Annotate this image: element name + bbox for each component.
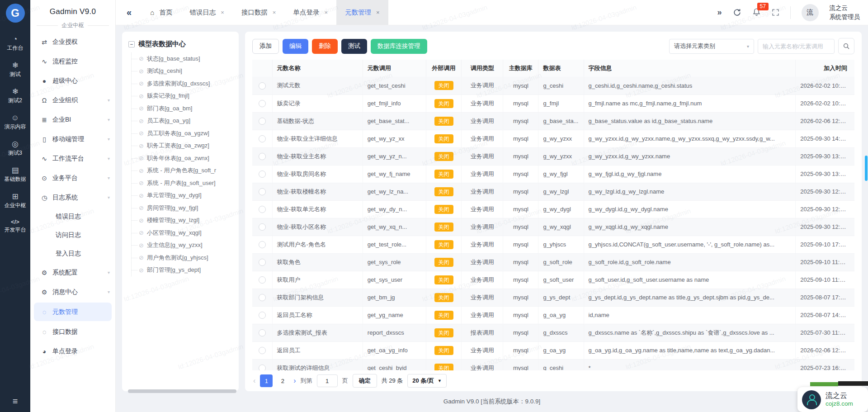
tree-item[interactable]: ⊘楼幢管理[g_wy_lzgl] xyxy=(139,214,235,227)
prev-page-icon[interactable]: ‹ xyxy=(253,377,255,385)
sidebar-item[interactable]: ◷日志系统▾ xyxy=(30,188,115,207)
test-button[interactable]: 测试 xyxy=(341,39,367,54)
tree-item[interactable]: ⊘职务年休表[g_oa_zwnx] xyxy=(139,152,235,165)
sidebar-item[interactable]: ⚙消息中心▾ xyxy=(30,282,115,302)
rail-item[interactable]: ☺演示内容 xyxy=(0,114,30,131)
row-radio[interactable] xyxy=(259,118,266,125)
tree-item[interactable]: ⊘房间管理[g_wy_fjgl] xyxy=(139,202,235,214)
search-input[interactable] xyxy=(758,39,835,54)
sidebar-item[interactable]: ▯移动端管理▾ xyxy=(30,129,115,149)
expand-tabs-icon[interactable]: » xyxy=(717,8,722,17)
row-radio[interactable] xyxy=(259,82,266,90)
row-radio[interactable] xyxy=(259,153,266,160)
fullscreen-icon[interactable] xyxy=(772,9,779,16)
row-radio[interactable] xyxy=(259,347,266,354)
tree-item[interactable]: ⊘多选搜索测试[g_dxsscs] xyxy=(139,77,235,90)
tree-horizontal-scrollbar[interactable] xyxy=(128,389,236,393)
edit-button[interactable]: 编辑 xyxy=(283,39,308,54)
sidebar-item[interactable]: ◌接口数据 xyxy=(30,322,115,341)
row-radio[interactable] xyxy=(259,223,266,231)
rail-item[interactable]: ⊞企业中枢 xyxy=(0,193,30,209)
rail-item[interactable]: </>开发平台 xyxy=(0,219,30,234)
tree-item[interactable]: ⊘员工表[g_oa_yg] xyxy=(139,115,235,128)
chat-site-link[interactable]: cojz8.com xyxy=(826,400,853,408)
page-number[interactable]: 2 xyxy=(276,374,289,387)
add-button[interactable]: 添加 xyxy=(252,39,279,54)
close-icon[interactable]: × xyxy=(324,9,328,16)
rail-item[interactable]: ❄测试2 xyxy=(0,88,30,104)
row-radio[interactable] xyxy=(259,294,266,301)
row-radio[interactable] xyxy=(259,135,266,142)
sidebar-item[interactable]: ≣企业BI▾ xyxy=(30,110,115,129)
row-radio[interactable] xyxy=(259,100,266,107)
search-button[interactable] xyxy=(838,38,854,54)
tree-item[interactable]: ⊘贩卖记录[g_fmjl] xyxy=(139,90,235,103)
tree-item[interactable]: ⊘测试[g_ceshi] xyxy=(139,65,235,78)
row-radio[interactable] xyxy=(259,312,266,319)
page-vertical-scrollbar[interactable] xyxy=(865,156,868,181)
app-logo[interactable]: G xyxy=(6,4,25,23)
sidebar-item[interactable]: ⊙业务平台▾ xyxy=(30,168,115,188)
sidebar-subitem[interactable]: 访问日志 xyxy=(30,226,115,244)
refresh-icon[interactable] xyxy=(733,8,741,17)
row-radio[interactable] xyxy=(259,276,266,284)
category-select[interactable]: 请选择元素类别 ▾ xyxy=(669,39,754,54)
db-connection-button[interactable]: 数据库连接管理 xyxy=(371,39,427,54)
hamburger-menu-icon[interactable]: ≡ xyxy=(0,396,30,407)
row-radio[interactable] xyxy=(259,188,266,195)
close-icon[interactable]: × xyxy=(273,9,276,16)
tree-item[interactable]: ⊘员工职务表[g_oa_ygzw] xyxy=(139,127,235,140)
tree-root[interactable]: − 模型表数据中心 xyxy=(128,40,235,48)
close-icon[interactable]: × xyxy=(376,9,380,16)
row-radio[interactable] xyxy=(259,241,266,248)
tree-item[interactable]: ⊘业主信息[g_wy_yzxx] xyxy=(139,239,235,252)
sidebar-item[interactable]: ●超级中心 xyxy=(30,71,115,90)
tree-item[interactable]: ⊘部门管理[g_ys_dept] xyxy=(139,264,235,277)
sidebar-item[interactable]: ◕单点登录 xyxy=(30,341,115,361)
rail-item[interactable]: ❄测试 xyxy=(0,62,30,78)
tab[interactable]: 错误日志× xyxy=(181,0,233,25)
tab[interactable]: 单点登录× xyxy=(284,0,336,25)
tree-item[interactable]: ⊘职务工资表[g_oa_zwgz] xyxy=(139,140,235,152)
user-avatar[interactable]: 流 xyxy=(802,4,819,21)
tab[interactable]: 元数管理× xyxy=(336,0,388,25)
sidebar-item[interactable]: ∿流程监控 xyxy=(30,52,115,71)
tree-item[interactable]: ⊘单元管理[g_wy_dygl] xyxy=(139,189,235,202)
page-size-select[interactable]: 20 条/页 ▼ xyxy=(407,374,447,388)
row-radio[interactable] xyxy=(259,329,266,336)
sidebar-item[interactable]: ⇄企业授权 xyxy=(30,32,115,52)
time-cell: 2025-09-10 11:47:13 xyxy=(796,271,854,289)
delete-button[interactable]: 删除 xyxy=(312,39,338,54)
sidebar-item[interactable]: Ω企业组织▾ xyxy=(30,90,115,110)
chat-widget[interactable]: 流之云 cojz8.com xyxy=(797,387,868,412)
tab[interactable]: 接口数据× xyxy=(233,0,285,25)
collapse-tabs-icon[interactable]: « xyxy=(127,7,132,18)
row-radio[interactable] xyxy=(259,259,266,266)
tree-item[interactable]: ⊘状态[g_base_status] xyxy=(139,52,235,65)
sidebar-item[interactable]: ◌元数管理 xyxy=(34,303,112,321)
rail-item[interactable]: ◔工作台 xyxy=(0,35,30,52)
goto-page-input[interactable] xyxy=(317,374,338,387)
tree-item[interactable]: ⊘用户角色测试[g_yhjscs] xyxy=(139,251,235,264)
sidebar-subitem[interactable]: 登入日志 xyxy=(30,244,115,263)
notifications-bell-icon[interactable]: 57 xyxy=(752,8,761,18)
tree-item[interactable]: ⊘部门表[g_oa_bm] xyxy=(139,102,235,115)
tree-item[interactable]: ⊘系统 - 用户表[g_soft_user] xyxy=(139,177,235,189)
tab[interactable]: ⌂首页 xyxy=(142,0,181,25)
tree-collapse-icon[interactable]: − xyxy=(128,41,135,47)
rail-item[interactable]: ▤基础数据 xyxy=(0,166,30,183)
sidebar-item[interactable]: ∿工作流平台▾ xyxy=(30,149,115,168)
sidebar-subitem[interactable]: 错误日志 xyxy=(30,207,115,226)
next-page-icon[interactable]: › xyxy=(293,377,296,385)
goto-confirm-button[interactable]: 确定 xyxy=(353,374,377,388)
tree-item[interactable]: ⊘小区管理[g_wy_xqgl] xyxy=(139,227,235,239)
page-number[interactable]: 1 xyxy=(260,374,273,387)
sidebar-item[interactable]: ⚙系统配置▾ xyxy=(30,263,115,282)
row-radio[interactable] xyxy=(259,170,266,178)
tree-item[interactable]: ⊘系统 - 用户角色表[g_soft_r xyxy=(139,165,235,177)
row-radio[interactable] xyxy=(259,365,266,370)
rail-item[interactable]: ◎测试3 xyxy=(0,140,30,157)
user-menu[interactable]: 流之云 系统管理员 xyxy=(830,4,860,21)
close-icon[interactable]: × xyxy=(221,9,224,16)
row-radio[interactable] xyxy=(259,206,266,213)
